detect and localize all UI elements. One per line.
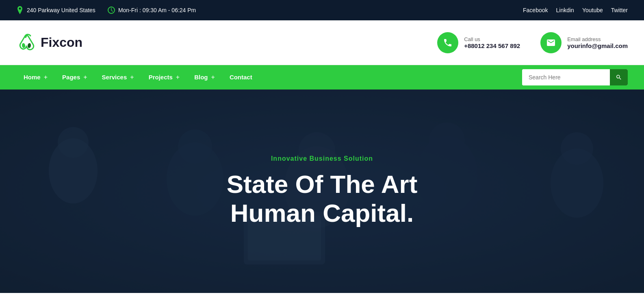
navbar: Home + Pages + Services + Projects + Blo <box>0 65 644 90</box>
nav-item-home[interactable]: Home + <box>16 65 55 90</box>
nav-link-projects[interactable]: Projects + <box>141 65 187 90</box>
call-details: Call us +88012 234 567 892 <box>464 36 520 49</box>
nav-links: Home + Pages + Services + Projects + Blo <box>16 65 260 90</box>
hero-subtitle: Innovative Business Solution <box>227 155 418 162</box>
nav-link-blog[interactable]: Blog + <box>187 65 222 90</box>
address-item: 240 Parkway United States <box>16 7 95 14</box>
svg-point-1 <box>22 43 26 48</box>
nav-link-home[interactable]: Home + <box>16 65 55 90</box>
hero-title-line1: State Of The Art <box>227 170 418 198</box>
search-icon <box>616 74 622 81</box>
header-contacts: Call us +88012 234 567 892 Email address… <box>437 32 628 53</box>
social-twitter[interactable]: Twitter <box>611 7 628 13</box>
social-linkedin[interactable]: Linkdin <box>556 7 574 13</box>
hero-title: State Of The Art Human Capital. <box>227 170 418 228</box>
nav-link-services[interactable]: Services + <box>95 65 141 90</box>
phone-icon <box>443 38 453 48</box>
email-value: yourinfo@gmail.com <box>567 42 628 49</box>
hero-section: Innovative Business Solution State Of Th… <box>0 90 644 293</box>
clock-icon <box>108 7 115 14</box>
nav-item-blog[interactable]: Blog + <box>187 65 222 90</box>
pages-plus: + <box>83 65 87 90</box>
blog-plus: + <box>211 65 215 90</box>
location-icon <box>16 7 24 14</box>
nav-link-pages[interactable]: Pages + <box>55 65 95 90</box>
logo-text: Fixcon <box>41 35 82 50</box>
email-contact: Email address yourinfo@gmail.com <box>540 32 628 53</box>
email-icon <box>546 38 556 48</box>
email-label: Email address <box>567 36 628 42</box>
search-button[interactable] <box>610 69 628 85</box>
call-number: +88012 234 567 892 <box>464 42 520 49</box>
top-bar-right: Facebook Linkdin Youtube Twitter <box>523 7 628 13</box>
call-icon-wrap <box>437 32 458 53</box>
logo-icon <box>16 33 37 53</box>
home-plus: + <box>44 65 48 90</box>
top-bar: 240 Parkway United States Mon-Fri : 09:3… <box>0 0 644 20</box>
call-label: Call us <box>464 36 520 42</box>
email-icon-wrap <box>540 32 562 53</box>
logo[interactable]: Fixcon <box>16 33 82 53</box>
hours-text: Mon-Fri : 09:30 Am - 06:24 Pm <box>118 7 196 13</box>
nav-item-pages[interactable]: Pages + <box>55 65 95 90</box>
address-text: 240 Parkway United States <box>27 7 95 13</box>
nav-item-contact[interactable]: Contact <box>222 65 260 90</box>
svg-point-2 <box>27 43 31 48</box>
call-contact: Call us +88012 234 567 892 <box>437 32 520 53</box>
nav-item-services[interactable]: Services + <box>95 65 141 90</box>
hours-item: Mon-Fri : 09:30 Am - 06:24 Pm <box>108 7 196 14</box>
nav-item-projects[interactable]: Projects + <box>141 65 187 90</box>
nav-link-contact[interactable]: Contact <box>222 65 260 90</box>
services-plus: + <box>130 65 134 90</box>
social-facebook[interactable]: Facebook <box>523 7 548 13</box>
search-box[interactable] <box>522 69 628 85</box>
top-bar-left: 240 Parkway United States Mon-Fri : 09:3… <box>16 7 196 14</box>
email-details: Email address yourinfo@gmail.com <box>567 36 628 49</box>
projects-plus: + <box>176 65 180 90</box>
header: Fixcon Call us +88012 234 567 892 Email … <box>0 20 644 65</box>
search-input[interactable] <box>522 69 610 85</box>
social-youtube[interactable]: Youtube <box>582 7 603 13</box>
hero-content: Innovative Business Solution State Of Th… <box>227 155 418 228</box>
hero-title-line2: Human Capital. <box>230 199 414 227</box>
